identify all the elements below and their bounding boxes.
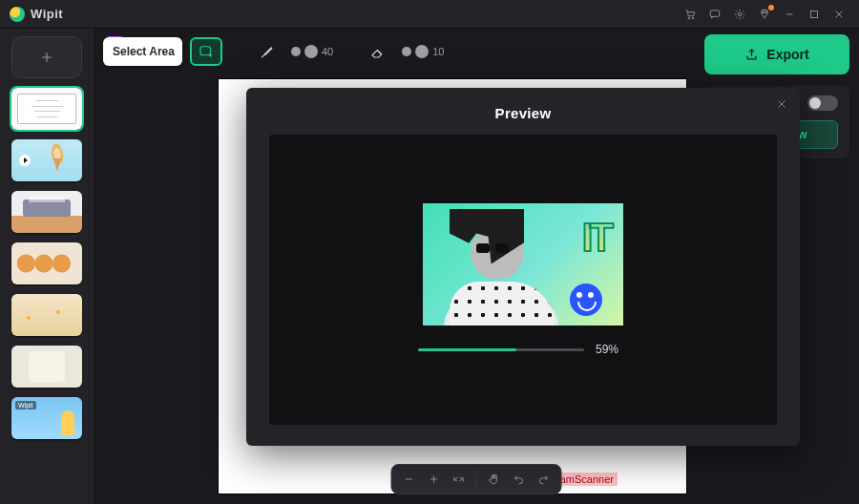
fit-screen-button[interactable] (448, 469, 471, 490)
preview-image: IT (423, 203, 623, 326)
rewards-icon[interactable] (754, 4, 775, 25)
toolbar-separator (476, 471, 477, 488)
export-button[interactable]: Export (704, 34, 849, 74)
preview-viewport: IT 59% (269, 135, 777, 425)
smiley-sticker-icon (570, 284, 602, 316)
close-icon (775, 97, 788, 111)
eraser-size-value: 10 (432, 46, 444, 57)
brush-size-value: 40 (322, 46, 333, 57)
thumbnail-brand-tag: Wipit (15, 401, 36, 410)
cart-icon[interactable] (680, 4, 701, 25)
watermark-toggle[interactable] (807, 95, 838, 111)
brush-tool[interactable] (251, 37, 283, 66)
app-title: Wipit (31, 7, 63, 21)
svg-rect-4 (811, 10, 818, 17)
export-icon (744, 48, 759, 62)
redo-button[interactable] (533, 469, 555, 490)
brush-size-slider[interactable]: 40 (291, 45, 333, 58)
eraser-tool[interactable] (362, 37, 394, 66)
select-area-tool[interactable]: Select Area (103, 37, 182, 66)
progress-bar (418, 348, 584, 351)
svg-point-3 (738, 12, 742, 16)
zoom-in-button[interactable] (423, 469, 446, 490)
title-bar: Wipit (0, 0, 859, 29)
thumbnail-item[interactable] (11, 191, 82, 233)
app-logo-icon (10, 7, 25, 22)
thumbnail-item[interactable] (11, 242, 82, 284)
modal-title: Preview (495, 105, 552, 121)
svg-rect-5 (200, 47, 211, 55)
eraser-size-slider[interactable]: 10 (402, 45, 444, 58)
preview-image-text: IT (582, 215, 610, 261)
rectangle-select-tool[interactable] (190, 37, 222, 66)
play-icon (19, 155, 31, 166)
window-close-icon[interactable] (828, 4, 849, 25)
main-area: AI Select Area 40 10 (94, 29, 859, 504)
progress-percent-label: 59% (596, 343, 628, 356)
export-label: Export (766, 47, 808, 62)
add-image-button[interactable] (11, 36, 82, 78)
svg-rect-2 (710, 10, 719, 15)
svg-point-0 (688, 17, 690, 19)
thumbnail-item[interactable] (11, 294, 82, 336)
thumbnail-strip: Wipit (0, 29, 94, 504)
settings-gear-icon[interactable] (729, 4, 750, 25)
window-maximize-icon[interactable] (804, 4, 825, 25)
hand-pan-button[interactable] (483, 469, 506, 490)
select-area-label: Select Area (113, 45, 175, 58)
svg-point-1 (692, 17, 694, 19)
thumbnail-item[interactable] (11, 88, 82, 130)
thumbnail-item[interactable] (11, 346, 82, 388)
canvas-toolbar (391, 464, 562, 494)
zoom-out-button[interactable] (398, 469, 421, 490)
progress-row: 59% (418, 343, 628, 356)
window-minimize-icon[interactable] (779, 4, 800, 25)
preview-modal: Preview IT 59% (246, 88, 800, 446)
modal-close-button[interactable] (771, 94, 792, 115)
thumbnail-item[interactable]: Wipit (11, 397, 82, 439)
undo-button[interactable] (508, 469, 531, 490)
thumbnail-item[interactable] (11, 139, 82, 181)
chat-icon[interactable] (704, 4, 725, 25)
